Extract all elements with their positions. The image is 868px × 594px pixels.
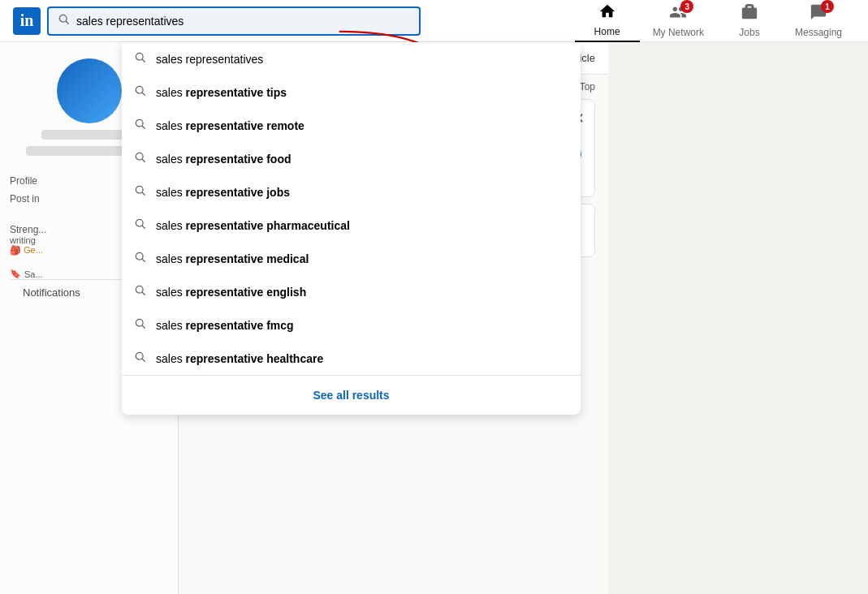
svg-line-16: [142, 259, 145, 261]
search-box: [47, 6, 421, 36]
save-label: Sa...: [24, 269, 43, 279]
dropdown-search-icon-9: [135, 351, 146, 365]
dropdown-item-1[interactable]: sales representative tips: [122, 75, 581, 109]
svg-line-20: [142, 325, 145, 328]
search-input[interactable]: [76, 15, 409, 28]
svg-line-12: [142, 192, 145, 195]
nav-item-jobs[interactable]: Jobs: [717, 0, 782, 42]
network-badge: 3: [680, 0, 693, 13]
navbar: in Home 3: [0, 0, 868, 42]
network-icon: 3: [669, 3, 687, 25]
dropdown-text-0: sales representatives: [156, 53, 263, 66]
see-all-results[interactable]: See all results: [122, 375, 581, 415]
network-label: My Network: [653, 27, 704, 38]
dropdown-search-icon-8: [135, 318, 146, 332]
messaging-icon: 1: [810, 3, 827, 25]
messaging-label: Messaging: [795, 27, 842, 38]
dropdown-text-3: sales representative food: [156, 153, 291, 166]
dropdown-text-1: sales representative tips: [156, 86, 287, 99]
avatar: [57, 58, 122, 123]
dropdown-search-icon-3: [135, 152, 146, 166]
search-dropdown: sales representatives sales representati…: [122, 42, 581, 415]
messaging-badge: 1: [821, 0, 834, 13]
svg-line-1: [66, 21, 68, 24]
svg-line-6: [142, 93, 145, 95]
dropdown-text-6: sales representative medical: [156, 252, 309, 265]
svg-line-14: [142, 226, 145, 228]
jobs-label: Jobs: [739, 27, 759, 38]
dropdown-text-5: sales representative pharmaceutical: [156, 219, 350, 232]
dropdown-search-icon-4: [135, 185, 146, 199]
linkedin-logo: in: [13, 7, 41, 35]
dropdown-item-2[interactable]: sales representative remote: [122, 109, 581, 142]
dropdown-item-3[interactable]: sales representative food: [122, 142, 581, 175]
dropdown-item-6[interactable]: sales representative medical: [122, 242, 581, 275]
dropdown-search-icon-0: [135, 52, 146, 66]
dropdown-text-4: sales representative jobs: [156, 186, 290, 199]
dropdown-item-4[interactable]: sales representative jobs: [122, 175, 581, 209]
svg-line-18: [142, 292, 145, 295]
svg-line-10: [142, 159, 145, 161]
nav-item-network[interactable]: 3 My Network: [640, 0, 717, 42]
search-container: [47, 6, 421, 36]
home-label: Home: [594, 26, 620, 37]
dropdown-item-5[interactable]: sales representative pharmaceutical: [122, 209, 581, 242]
dropdown-search-icon-7: [135, 285, 146, 299]
dropdown-item-7[interactable]: sales representative english: [122, 275, 581, 308]
dropdown-search-icon-6: [135, 252, 146, 265]
svg-line-8: [142, 126, 145, 128]
dropdown-item-9[interactable]: sales representative healthcare: [122, 342, 581, 375]
nav-item-home[interactable]: Home: [575, 0, 640, 42]
search-icon: [58, 14, 70, 28]
dropdown-text-7: sales representative english: [156, 286, 306, 299]
svg-line-22: [142, 359, 145, 361]
notifications-label: Notifications: [23, 286, 80, 299]
dropdown-search-icon-2: [135, 118, 146, 132]
dropdown-search-icon-5: [135, 218, 146, 232]
dropdown-text-9: sales representative healthcare: [156, 352, 323, 365]
jobs-icon: [741, 3, 758, 25]
nav-item-messaging[interactable]: 1 Messaging: [782, 0, 855, 42]
save-icon: 🔖: [10, 269, 21, 279]
nav-items: Home 3 My Network Jobs: [575, 0, 855, 42]
home-icon: [598, 2, 616, 24]
dropdown-text-2: sales representative remote: [156, 119, 304, 132]
svg-line-4: [142, 59, 145, 62]
dropdown-search-icon-1: [135, 85, 146, 99]
dropdown-text-8: sales representative fmcg: [156, 319, 294, 332]
dropdown-item-0[interactable]: sales representatives: [122, 42, 581, 75]
dropdown-item-8[interactable]: sales representative fmcg: [122, 308, 581, 342]
